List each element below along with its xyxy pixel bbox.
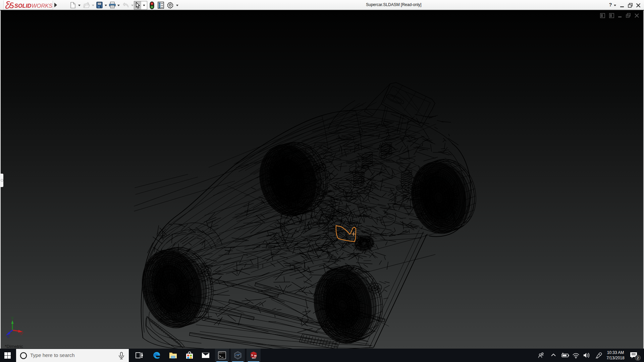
svg-text:S: S — [251, 354, 253, 357]
svg-text:WORKS: WORKS — [32, 3, 52, 9]
svg-text:SOLID: SOLID — [14, 3, 32, 9]
svg-text:2017: 2017 — [252, 357, 256, 359]
svg-text:C:\: C:\ — [219, 352, 222, 354]
